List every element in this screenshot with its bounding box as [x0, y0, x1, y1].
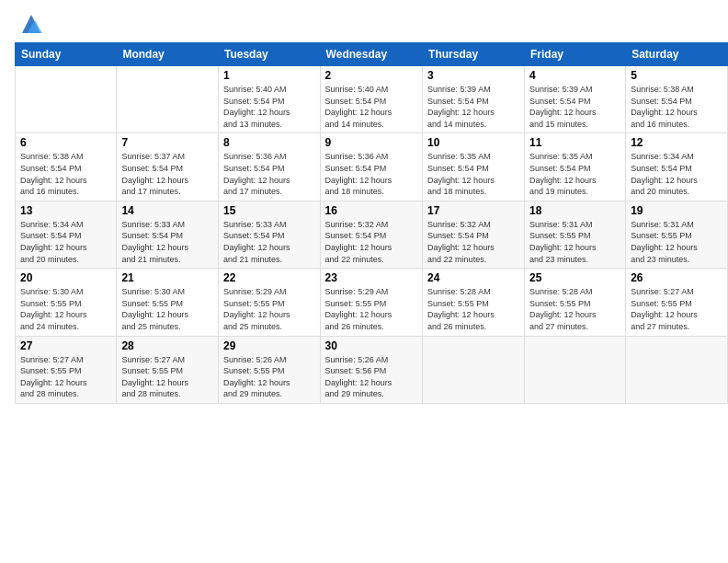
day-info: Sunrise: 5:26 AM Sunset: 5:56 PM Dayligh… [325, 354, 417, 400]
calendar-cell [423, 336, 525, 403]
day-number: 20 [20, 271, 111, 284]
day-number: 9 [325, 136, 417, 149]
day-info: Sunrise: 5:29 AM Sunset: 5:55 PM Dayligh… [223, 286, 315, 332]
day-number: 22 [223, 271, 315, 284]
day-info: Sunrise: 5:40 AM Sunset: 5:54 PM Dayligh… [325, 84, 417, 130]
day-info: Sunrise: 5:31 AM Sunset: 5:55 PM Dayligh… [631, 219, 722, 265]
day-info: Sunrise: 5:36 AM Sunset: 5:54 PM Dayligh… [223, 151, 315, 197]
day-info: Sunrise: 5:34 AM Sunset: 5:54 PM Dayligh… [20, 219, 111, 265]
page-header [0, 0, 728, 42]
day-number: 10 [427, 136, 519, 149]
calendar-cell: 6Sunrise: 5:38 AM Sunset: 5:54 PM Daylig… [16, 133, 117, 201]
day-number: 19 [631, 204, 722, 217]
day-number: 29 [223, 339, 315, 352]
day-number: 23 [325, 271, 417, 284]
day-info: Sunrise: 5:39 AM Sunset: 5:54 PM Dayligh… [427, 84, 519, 130]
day-number: 6 [20, 136, 111, 149]
day-info: Sunrise: 5:28 AM Sunset: 5:55 PM Dayligh… [427, 286, 519, 332]
calendar-cell: 13Sunrise: 5:34 AM Sunset: 5:54 PM Dayli… [16, 201, 117, 268]
day-info: Sunrise: 5:32 AM Sunset: 5:54 PM Dayligh… [427, 219, 519, 265]
calendar-cell: 30Sunrise: 5:26 AM Sunset: 5:56 PM Dayli… [320, 336, 422, 403]
day-number: 15 [223, 204, 315, 217]
day-info: Sunrise: 5:30 AM Sunset: 5:55 PM Dayligh… [20, 286, 111, 332]
calendar-cell: 23Sunrise: 5:29 AM Sunset: 5:55 PM Dayli… [320, 269, 422, 336]
day-number: 13 [20, 204, 111, 217]
calendar-cell: 18Sunrise: 5:31 AM Sunset: 5:55 PM Dayli… [525, 201, 626, 268]
day-number: 25 [529, 271, 620, 284]
day-number: 24 [427, 271, 519, 284]
calendar-header: SundayMondayTuesdayWednesdayThursdayFrid… [16, 43, 728, 66]
day-number: 12 [631, 136, 722, 149]
day-header-saturday: Saturday [626, 43, 728, 66]
day-number: 11 [529, 136, 620, 149]
day-info: Sunrise: 5:35 AM Sunset: 5:54 PM Dayligh… [529, 151, 620, 197]
calendar-cell: 1Sunrise: 5:40 AM Sunset: 5:54 PM Daylig… [218, 66, 320, 133]
day-info: Sunrise: 5:36 AM Sunset: 5:54 PM Dayligh… [325, 151, 417, 197]
calendar-cell [16, 66, 117, 133]
calendar-cell: 29Sunrise: 5:26 AM Sunset: 5:55 PM Dayli… [218, 336, 320, 403]
day-number: 4 [529, 69, 620, 82]
calendar-cell: 4Sunrise: 5:39 AM Sunset: 5:54 PM Daylig… [525, 66, 626, 133]
day-info: Sunrise: 5:27 AM Sunset: 5:55 PM Dayligh… [20, 354, 111, 400]
calendar-cell: 28Sunrise: 5:27 AM Sunset: 5:55 PM Dayli… [117, 336, 219, 403]
day-number: 14 [121, 204, 213, 217]
day-info: Sunrise: 5:27 AM Sunset: 5:55 PM Dayligh… [121, 354, 213, 400]
calendar-cell: 12Sunrise: 5:34 AM Sunset: 5:54 PM Dayli… [626, 133, 728, 201]
day-header-thursday: Thursday [423, 43, 525, 66]
calendar-cell: 22Sunrise: 5:29 AM Sunset: 5:55 PM Dayli… [218, 269, 320, 336]
calendar-cell: 24Sunrise: 5:28 AM Sunset: 5:55 PM Dayli… [423, 269, 525, 336]
calendar-cell: 16Sunrise: 5:32 AM Sunset: 5:54 PM Dayli… [320, 201, 422, 268]
day-header-sunday: Sunday [16, 43, 117, 66]
day-number: 27 [20, 339, 111, 352]
calendar-cell: 20Sunrise: 5:30 AM Sunset: 5:55 PM Dayli… [16, 269, 117, 336]
day-info: Sunrise: 5:34 AM Sunset: 5:54 PM Dayligh… [631, 151, 722, 197]
day-info: Sunrise: 5:39 AM Sunset: 5:54 PM Dayligh… [529, 84, 620, 130]
calendar-cell: 10Sunrise: 5:35 AM Sunset: 5:54 PM Dayli… [423, 133, 525, 201]
day-header-wednesday: Wednesday [320, 43, 422, 66]
calendar-cell [117, 66, 219, 133]
day-info: Sunrise: 5:31 AM Sunset: 5:55 PM Dayligh… [529, 219, 620, 265]
calendar-cell: 9Sunrise: 5:36 AM Sunset: 5:54 PM Daylig… [320, 133, 422, 201]
calendar-cell: 8Sunrise: 5:36 AM Sunset: 5:54 PM Daylig… [218, 133, 320, 201]
calendar-cell: 14Sunrise: 5:33 AM Sunset: 5:54 PM Dayli… [117, 201, 219, 268]
day-info: Sunrise: 5:40 AM Sunset: 5:54 PM Dayligh… [223, 84, 315, 130]
calendar-table: SundayMondayTuesdayWednesdayThursdayFrid… [15, 42, 728, 404]
day-info: Sunrise: 5:38 AM Sunset: 5:54 PM Dayligh… [20, 151, 111, 197]
day-number: 7 [121, 136, 213, 149]
day-number: 26 [631, 271, 722, 284]
day-info: Sunrise: 5:32 AM Sunset: 5:54 PM Dayligh… [325, 219, 417, 265]
day-info: Sunrise: 5:38 AM Sunset: 5:54 PM Dayligh… [631, 84, 722, 130]
day-info: Sunrise: 5:28 AM Sunset: 5:55 PM Dayligh… [529, 286, 620, 332]
calendar-cell: 7Sunrise: 5:37 AM Sunset: 5:54 PM Daylig… [117, 133, 219, 201]
day-info: Sunrise: 5:30 AM Sunset: 5:55 PM Dayligh… [121, 286, 213, 332]
day-number: 5 [631, 69, 722, 82]
day-info: Sunrise: 5:37 AM Sunset: 5:54 PM Dayligh… [121, 151, 213, 197]
calendar-cell: 2Sunrise: 5:40 AM Sunset: 5:54 PM Daylig… [320, 66, 422, 133]
day-number: 16 [325, 204, 417, 217]
calendar-cell: 27Sunrise: 5:27 AM Sunset: 5:55 PM Dayli… [16, 336, 117, 403]
day-info: Sunrise: 5:33 AM Sunset: 5:54 PM Dayligh… [121, 219, 213, 265]
calendar-week-2: 6Sunrise: 5:38 AM Sunset: 5:54 PM Daylig… [16, 133, 728, 201]
calendar-cell: 3Sunrise: 5:39 AM Sunset: 5:54 PM Daylig… [423, 66, 525, 133]
calendar-week-5: 27Sunrise: 5:27 AM Sunset: 5:55 PM Dayli… [16, 336, 728, 403]
calendar-cell: 17Sunrise: 5:32 AM Sunset: 5:54 PM Dayli… [423, 201, 525, 268]
day-info: Sunrise: 5:26 AM Sunset: 5:55 PM Dayligh… [223, 354, 315, 400]
calendar-cell: 15Sunrise: 5:33 AM Sunset: 5:54 PM Dayli… [218, 201, 320, 268]
day-header-friday: Friday [525, 43, 626, 66]
calendar-cell: 25Sunrise: 5:28 AM Sunset: 5:55 PM Dayli… [525, 269, 626, 336]
day-number: 21 [121, 271, 213, 284]
day-info: Sunrise: 5:27 AM Sunset: 5:55 PM Dayligh… [631, 286, 722, 332]
logo [17, 11, 44, 37]
day-number: 3 [427, 69, 519, 82]
calendar-wrapper: SundayMondayTuesdayWednesdayThursdayFrid… [0, 42, 728, 411]
calendar-week-3: 13Sunrise: 5:34 AM Sunset: 5:54 PM Dayli… [16, 201, 728, 268]
day-number: 1 [223, 69, 315, 82]
day-number: 18 [529, 204, 620, 217]
day-number: 17 [427, 204, 519, 217]
day-number: 2 [325, 69, 417, 82]
day-info: Sunrise: 5:35 AM Sunset: 5:54 PM Dayligh… [427, 151, 519, 197]
calendar-cell: 26Sunrise: 5:27 AM Sunset: 5:55 PM Dayli… [626, 269, 728, 336]
day-header-tuesday: Tuesday [218, 43, 320, 66]
day-number: 28 [121, 339, 213, 352]
calendar-cell [525, 336, 626, 403]
